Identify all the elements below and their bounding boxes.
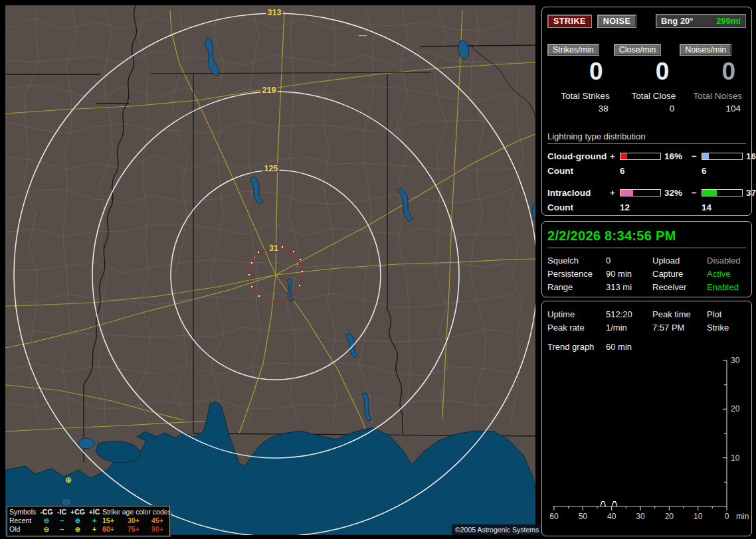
trend-chart: 3020106050403020100min [547,356,746,526]
side-panel: STRIKE NOISE Bng 20° 299mi Strikes/min 0… [541,7,752,536]
old-nic-icon: − [54,525,69,534]
bearing-range: 299mi [716,16,741,26]
legend-age-title: Strike age color codes [102,508,174,516]
range-value: 313 mi [606,281,652,294]
bearing-display: Bng 20° 299mi [656,14,746,28]
ic-positive-pct: 32% [661,188,692,198]
legend-col-pcg: +CG [69,508,86,516]
legend-title: Symbols [9,508,39,516]
cg-positive-count: 6 [620,166,661,176]
counters-box: STRIKE NOISE Bng 20° 299mi Strikes/min 0… [541,7,752,216]
age-90: 90+ [151,525,174,534]
upload-label: Upload [652,254,707,268]
upload-status: Disabled [707,254,746,268]
uptime-value: 512:20 [606,308,652,321]
svg-text:40: 40 [607,512,616,521]
close-per-min-button[interactable]: Close/min [614,44,662,56]
trend-graph-window: 60 min [606,341,652,354]
capture-label: Capture [652,268,707,281]
status-box: 2/2/2026 8:34:56 PM Squelch 0 Upload Dis… [541,221,752,297]
total-close-label: Total Close [614,91,680,101]
noises-column: Noises/min 0 Total Noises 104 [680,44,746,114]
plus-sign: + [610,188,620,198]
age-45: 45+ [151,516,174,525]
svg-text:0: 0 [725,512,729,521]
age-60: 60+ [102,525,128,534]
trend-axes [553,360,727,510]
total-strikes-value: 38 [547,104,614,114]
svg-text:30: 30 [731,356,740,365]
map-symbol-legend: Symbols -CG -IC +CG +IC Strike age color… [7,506,170,536]
squelch-label: Squelch [547,254,606,268]
trend-graph-label: Trend graph [547,341,606,354]
svg-text:60: 60 [549,512,559,521]
close-per-min-value: 0 [614,58,680,86]
peak-rate-value: 1/min [606,321,652,335]
app-window: 313 219 125 31 ⊕— Symbols -CG -IC +CG +I… [0,0,756,539]
squelch-value: 0 [606,254,652,268]
trend-axis-labels: 3020106050403020100min [549,356,749,521]
recent-pcg-icon: ⊕ [69,516,86,525]
cg-negative-pct: 16% [743,151,756,161]
persistence-value: 90 min [606,268,652,281]
ic-negative-pct: 37% [743,188,756,198]
ring-label-313: 313 [268,8,282,17]
strike-marker: ⊕ [65,475,72,485]
ring-label-31: 31 [269,244,278,253]
distribution-title: Lightning type distribution [547,131,746,144]
svg-text:10: 10 [731,453,740,463]
legend-row-old-label: Old [9,525,39,534]
strike-button[interactable]: STRIKE [547,15,592,28]
svg-text:min: min [736,512,749,521]
svg-text:50: 50 [579,512,588,521]
copyright-text: ©2005 Astrogenic Systems [452,524,542,535]
ic-positive-count: 12 [620,202,661,212]
count-label: Count [547,202,610,212]
map-canvas[interactable]: 313 219 125 31 ⊕— Symbols -CG -IC +CG +I… [5,5,535,535]
total-strikes-label: Total Strikes [547,91,614,101]
noise-button[interactable]: NOISE [597,15,636,28]
peak-time-label: Peak time [652,308,707,321]
strikes-per-min-value: 0 [547,58,614,86]
total-noises-value: 104 [680,104,746,114]
old-ncg-icon: ⊖ [39,525,54,534]
legend-col-ncg: -CG [39,508,54,516]
noises-per-min-value: 0 [680,58,746,86]
strike-marker: — [359,31,367,40]
bearing-label: Bng 20° [661,16,694,26]
ring-label-125: 125 [264,164,278,173]
receiver-label: Receiver [652,281,707,294]
minus-sign: − [692,188,702,198]
minus-sign: − [692,151,702,161]
ring-label-219: 219 [262,86,276,95]
recent-nic-icon: − [54,516,69,525]
receiver-status: Enabled [707,281,746,294]
datetime-display: 2/2/2026 8:34:56 PM [547,228,746,248]
legend-row-recent-label: Recent [9,516,39,525]
cg-negative-bar [702,153,743,160]
total-noises-label: Total Noises [680,91,746,101]
strikes-per-min-button[interactable]: Strikes/min [547,44,599,56]
range-label: Range [547,281,606,294]
trend-box: Uptime 512:20 Peak time Plot Peak rate 1… [541,301,752,536]
svg-text:20: 20 [665,512,674,521]
plus-sign: + [610,151,620,161]
peak-rate-label: Peak rate [547,321,606,335]
svg-text:10: 10 [694,512,703,521]
legend-col-pic: +IC [86,508,102,516]
noises-per-min-button[interactable]: Noises/min [680,44,731,56]
persistence-label: Persistence [547,268,606,281]
ic-positive-bar [620,189,661,196]
legend-col-nic: -IC [54,508,69,516]
old-pic-icon: + [86,525,102,534]
uptime-label: Uptime [547,308,606,321]
trend-chart-svg: 3020106050403020100min [547,356,752,524]
capture-status: Active [707,268,746,281]
recent-ncg-icon: ⊖ [39,516,54,525]
strikes-column: Strikes/min 0 Total Strikes 38 [547,44,614,114]
plot-label: Plot [707,308,746,321]
total-close-value: 0 [614,104,680,114]
cloud-ground-label: Cloud-ground [547,151,610,161]
svg-text:30: 30 [636,512,645,521]
cg-positive-pct: 16% [661,151,692,161]
